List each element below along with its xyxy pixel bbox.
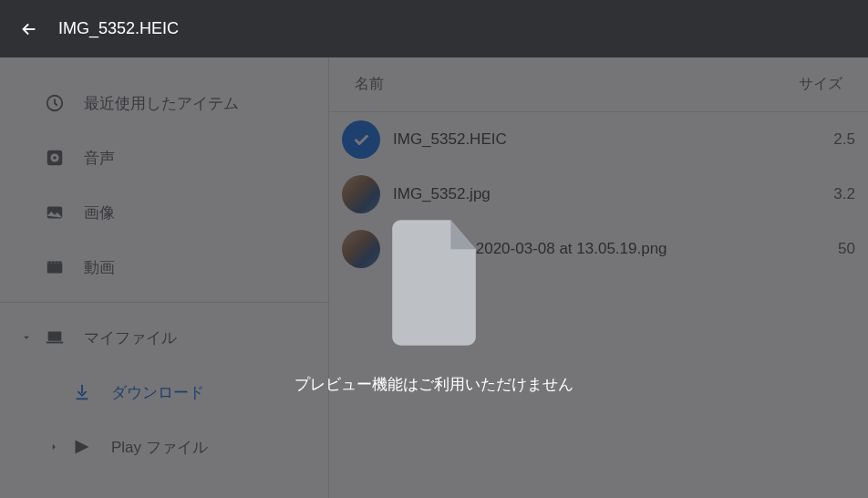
preview-header: IMG_5352.HEIC bbox=[0, 0, 868, 57]
preview-body: プレビュー機能はご利用いただけません bbox=[294, 219, 574, 395]
preview-unavailable-text: プレビュー機能はご利用いただけません bbox=[294, 374, 574, 395]
arrow-back-icon bbox=[19, 19, 39, 39]
document-icon bbox=[384, 219, 484, 347]
preview-back-button[interactable] bbox=[18, 18, 40, 40]
preview-title: IMG_5352.HEIC bbox=[58, 19, 179, 38]
